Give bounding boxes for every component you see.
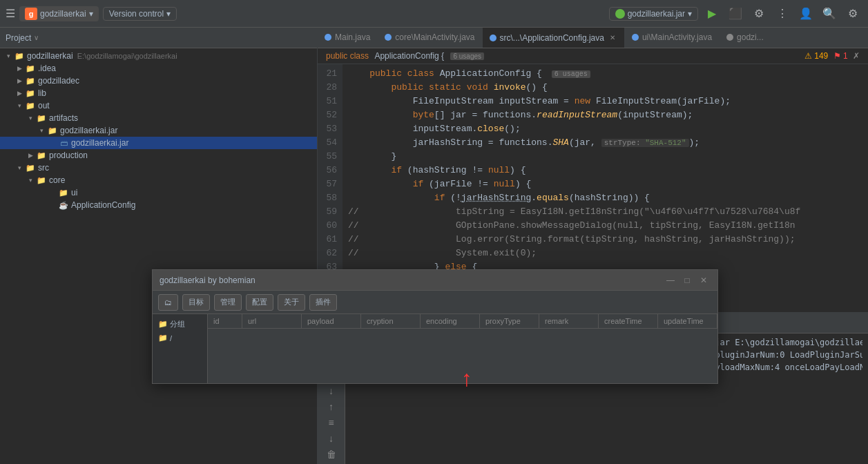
code-line-28: public static void invoke() { [348,81,862,95]
tree-label-jar-folder: godzillaerkai.jar [60,126,117,135]
dialog-content: 📁 分组 📁 / id url payload cryption encodin… [153,314,717,383]
tree-label-src: src [38,163,49,173]
java-file-icon: ☕ [58,201,69,210]
tab-godzi[interactable]: godzi... [720,28,771,48]
run-config-chevron: ▾ [688,9,692,19]
tree-item-artifacts[interactable]: ▾ 📁 artifacts [0,112,317,124]
tab-label-uimain: ui\MainActivity.java [642,32,712,42]
more-options-icon[interactable]: ⋮ [773,4,792,23]
tree-arrow-root[interactable]: ▾ [3,52,14,59]
folder-icon-jar: 📁 [47,126,58,135]
tree-arrow-godzilladec[interactable]: ▶ [14,77,25,84]
col-proxytype: proxyType [480,314,539,328]
tab-close-appconfig[interactable]: ✕ [608,33,617,43]
gear-icon[interactable]: ⚙ [843,4,862,23]
folder-icon-lib: 📁 [25,89,36,98]
tree-arrow-out[interactable]: ▾ [14,102,25,109]
run-button[interactable]: ▶ [702,4,722,23]
dialog-table-body[interactable] [208,329,717,383]
tree-item-production[interactable]: ▶ 📁 production [0,149,317,162]
tab-label-main: Main.java [335,32,370,42]
dialog-controls: — □ ✕ [664,273,711,287]
toolbar-btn-about[interactable]: 关于 [278,294,305,311]
trash-btn[interactable]: 🗑 [322,448,341,461]
dialog-table: id url payload cryption encoding proxyTy… [208,314,717,383]
version-control-btn[interactable]: Version control ▾ [103,7,177,21]
account-icon[interactable]: 👤 [796,4,816,23]
tree-item-appconfig[interactable]: ☕ ApplicationConfig [0,199,317,211]
down2-btn[interactable]: ↓ [322,432,341,445]
scroll-up-btn[interactable]: ↑ [322,400,341,414]
folder-icon-src: 📁 [25,164,36,173]
folder-icon-idea: 📁 [25,64,36,73]
godzillaerkai-dialog[interactable]: godzillaerkai by bohemian — □ ✕ 🗂 目标 管理 … [152,269,718,384]
sidebar-title: Project [6,33,31,43]
tab-dot-coremain [385,34,392,41]
tree-item-godzilladec[interactable]: ▶ 📁 godzilladec [0,75,317,87]
tab-label-coremain: core\MainActivity.java [395,32,474,42]
tree-arrow-jar-folder[interactable]: ▾ [36,127,47,134]
run-config-selector[interactable]: godzillaerkai.jar ▾ [609,7,698,21]
tab-core-mainactivity[interactable]: core\MainActivity.java [378,28,482,48]
dialog-minimize-btn[interactable]: — [664,273,677,287]
col-updatetime: updateTime [658,314,717,328]
tree-arrow-artifacts[interactable]: ▾ [25,115,36,122]
tab-main-java[interactable]: Main.java [318,28,378,48]
tree-item-jar-file[interactable]: 🗃 godzillaerkai.jar [0,137,317,149]
folder-icon-artifacts: 📁 [36,114,47,123]
tree-item-out[interactable]: ▾ 📁 out [0,99,317,112]
dialog-toolbar: 🗂 目标 管理 配置 关于 插件 [153,291,717,314]
tree-root-icon: 📁 [158,334,168,342]
version-chevron: ▾ [166,9,171,19]
dialog-table-header: id url payload cryption encoding proxyTy… [208,314,717,329]
tree-item-src[interactable]: ▾ 📁 src [0,162,317,174]
dialog-tree-group[interactable]: 📁 分组 [155,317,204,331]
toolbar-btn-config[interactable]: 配置 [246,294,273,311]
settings-icon[interactable]: ⚙ [749,4,769,23]
tree-item-lib[interactable]: ▶ 📁 lib [0,87,317,99]
code-line-53: inputStream.close(); [348,122,862,136]
code-line-62: // System.exit(0); [348,246,862,260]
tree-arrow-core[interactable]: ▾ [25,177,36,184]
folder-icon-root: 📁 [14,52,25,61]
sidebar-chevron[interactable]: ∨ [34,34,39,41]
stop-button[interactable]: ⬛ [726,4,745,23]
project-chevron: ▾ [89,9,93,19]
toolbar-btn-plugin[interactable]: 插件 [309,294,337,311]
code-line-57: if (jarFile != null) { [348,177,862,191]
tree-arrow-production[interactable]: ▶ [25,152,36,159]
toolbar-btn-target[interactable]: 目标 [182,294,210,311]
tab-label-godzi: godzi... [737,32,764,42]
tree-item-ui[interactable]: 📁 ui [0,186,317,199]
search-icon[interactable]: 🔍 [820,4,839,23]
toolbar-btn-icon[interactable]: 🗂 [158,294,178,311]
tree-item-root[interactable]: ▾ 📁 godzillaerkai E:\godzillamogai\godzi… [0,50,317,62]
dialog-close-btn[interactable]: ✕ [697,273,711,287]
hamburger-icon[interactable]: ☰ [6,7,15,20]
tree-label-idea: .idea [38,64,56,73]
scroll-down-btn[interactable]: ↓ [322,384,341,397]
tree-arrow-src[interactable]: ▾ [14,164,25,171]
tab-ui-mainactivity[interactable]: ui\MainActivity.java [625,28,720,48]
tree-folder-icon: 📁 [158,320,168,329]
tab-dot-main [325,34,331,41]
tab-appconfig[interactable]: src\...\ApplicationConfig.java ✕ [483,28,625,48]
toolbar-icon-img: 🗂 [164,298,172,307]
tree-arrow-idea[interactable]: ▶ [14,65,25,72]
dialog-maximize-btn[interactable]: □ [680,273,694,287]
toolbar-btn-manage[interactable]: 管理 [214,294,242,311]
dialog-tree-root[interactable]: 📁 / [155,331,204,345]
tree-path-root: E:\godzillamogai\godzillaerkai [77,52,177,60]
tree-arrow-lib[interactable]: ▶ [14,90,25,97]
tree-item-idea[interactable]: ▶ 📁 .idea [0,62,317,75]
col-id: id [208,314,242,328]
folder-icon-godzilladec: 📁 [25,77,36,86]
dialog-title-bar[interactable]: godzillaerkai by bohemian — □ ✕ [153,270,717,291]
tab-dot-godzi [726,34,733,41]
tree-item-core[interactable]: ▾ 📁 core [0,174,317,186]
tree-item-jar-folder[interactable]: ▾ 📁 godzillaerkai.jar [0,124,317,137]
sort-btn[interactable]: ≡ [322,416,341,429]
col-payload: payload [302,314,361,328]
project-selector[interactable]: g godzillaerkai ▾ [19,6,99,21]
tree-label-artifacts: artifacts [49,113,78,123]
